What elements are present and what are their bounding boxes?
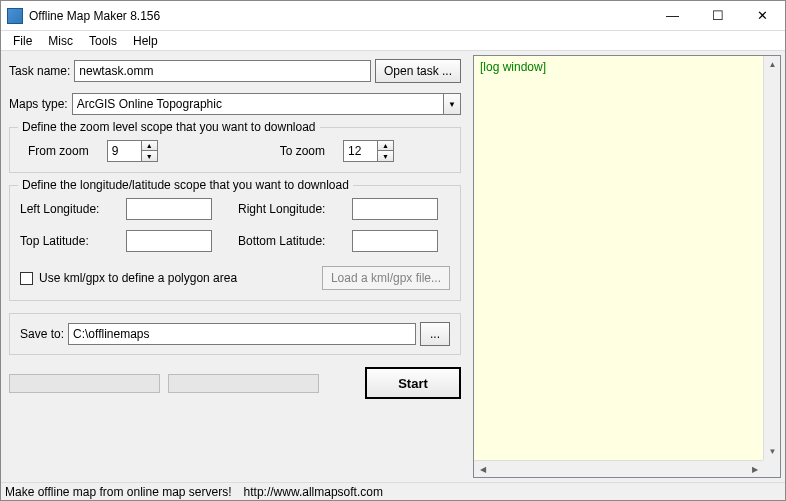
scroll-down-icon[interactable]: ▼: [764, 443, 781, 460]
progress-bar-1: [9, 374, 160, 393]
log-text: [log window]: [480, 60, 546, 74]
minimize-button[interactable]: —: [650, 1, 695, 30]
task-name-input[interactable]: [74, 60, 371, 82]
maps-type-label: Maps type:: [9, 97, 68, 111]
start-button[interactable]: Start: [365, 367, 461, 399]
status-url: http://www.allmapsoft.com: [244, 485, 383, 499]
zoom-group-title: Define the zoom level scope that you wan…: [18, 120, 320, 134]
status-text: Make offline map from online map servers…: [5, 485, 232, 499]
right-panel: [log window] ▲ ▼ ◀ ▶: [469, 51, 785, 482]
task-name-label: Task name:: [9, 64, 70, 78]
from-zoom-label: From zoom: [28, 144, 89, 158]
horizontal-scrollbar[interactable]: ◀ ▶: [474, 460, 763, 477]
from-zoom-input[interactable]: [107, 140, 141, 162]
window-title: Offline Map Maker 8.156: [29, 9, 650, 23]
scroll-corner: [763, 460, 780, 477]
menu-tools[interactable]: Tools: [81, 32, 125, 50]
bottom-lat-label: Bottom Latitude:: [238, 234, 338, 248]
window-controls: — ☐ ✕: [650, 1, 785, 30]
top-lat-label: Top Latitude:: [20, 234, 112, 248]
from-zoom-up-icon[interactable]: ▲: [142, 141, 157, 151]
scroll-v-track[interactable]: [764, 73, 780, 443]
kml-checkbox-label: Use kml/gpx to define a polygon area: [39, 271, 237, 285]
maps-type-input[interactable]: [72, 93, 443, 115]
from-zoom-spinner[interactable]: ▲ ▼: [107, 140, 158, 162]
scroll-right-icon[interactable]: ▶: [746, 461, 763, 478]
scroll-left-icon[interactable]: ◀: [474, 461, 491, 478]
maps-type-combo[interactable]: ▼: [72, 93, 461, 115]
menubar: File Misc Tools Help: [1, 31, 785, 51]
save-groupbox: Save to: ...: [9, 313, 461, 355]
to-zoom-down-icon[interactable]: ▼: [378, 151, 393, 161]
menu-misc[interactable]: Misc: [40, 32, 81, 50]
top-lat-input[interactable]: [126, 230, 212, 252]
load-kml-button[interactable]: Load a kml/gpx file...: [322, 266, 450, 290]
vertical-scrollbar[interactable]: ▲ ▼: [763, 56, 780, 460]
coord-groupbox: Define the longitude/latitude scope that…: [9, 185, 461, 301]
to-zoom-spinner[interactable]: ▲ ▼: [343, 140, 394, 162]
save-to-label: Save to:: [20, 327, 64, 341]
menu-help[interactable]: Help: [125, 32, 166, 50]
left-panel: Task name: Open task ... Maps type: ▼ De…: [1, 51, 469, 482]
save-to-input[interactable]: [68, 323, 416, 345]
browse-button[interactable]: ...: [420, 322, 450, 346]
open-task-button[interactable]: Open task ...: [375, 59, 461, 83]
combo-dropdown-icon[interactable]: ▼: [443, 93, 461, 115]
to-zoom-input[interactable]: [343, 140, 377, 162]
log-window[interactable]: [log window] ▲ ▼ ◀ ▶: [473, 55, 781, 478]
statusbar: Make offline map from online map servers…: [1, 482, 785, 500]
left-lon-label: Left Longitude:: [20, 202, 112, 216]
to-zoom-up-icon[interactable]: ▲: [378, 141, 393, 151]
right-lon-label: Right Longitude:: [238, 202, 338, 216]
to-zoom-label: To zoom: [280, 144, 325, 158]
zoom-groupbox: Define the zoom level scope that you wan…: [9, 127, 461, 173]
bottom-lat-input[interactable]: [352, 230, 438, 252]
close-button[interactable]: ✕: [740, 1, 785, 30]
scroll-h-track[interactable]: [491, 461, 746, 477]
kml-checkbox[interactable]: [20, 272, 33, 285]
right-lon-input[interactable]: [352, 198, 438, 220]
from-zoom-down-icon[interactable]: ▼: [142, 151, 157, 161]
titlebar: Offline Map Maker 8.156 — ☐ ✕: [1, 1, 785, 31]
coord-group-title: Define the longitude/latitude scope that…: [18, 178, 353, 192]
maximize-button[interactable]: ☐: [695, 1, 740, 30]
scroll-up-icon[interactable]: ▲: [764, 56, 781, 73]
menu-file[interactable]: File: [5, 32, 40, 50]
app-icon: [7, 8, 23, 24]
progress-bar-2: [168, 374, 319, 393]
left-lon-input[interactable]: [126, 198, 212, 220]
